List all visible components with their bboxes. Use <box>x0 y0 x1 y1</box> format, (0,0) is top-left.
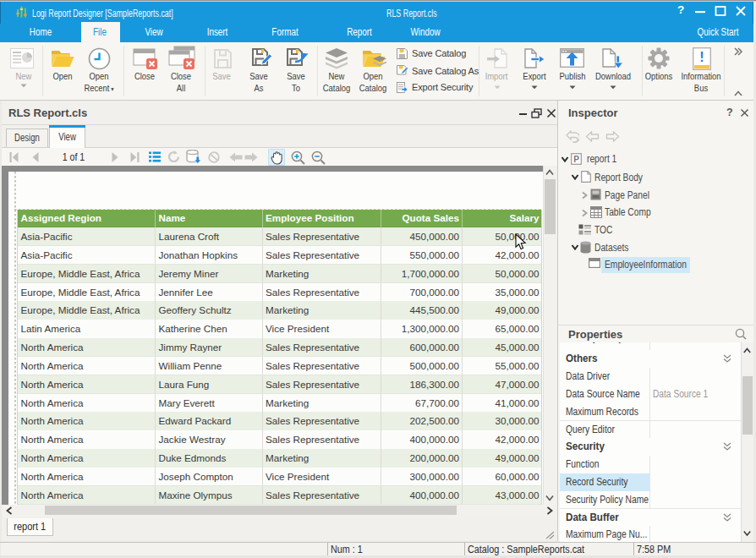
svg-text:P: P <box>573 155 579 164</box>
svg-text:!: ! <box>699 50 704 64</box>
